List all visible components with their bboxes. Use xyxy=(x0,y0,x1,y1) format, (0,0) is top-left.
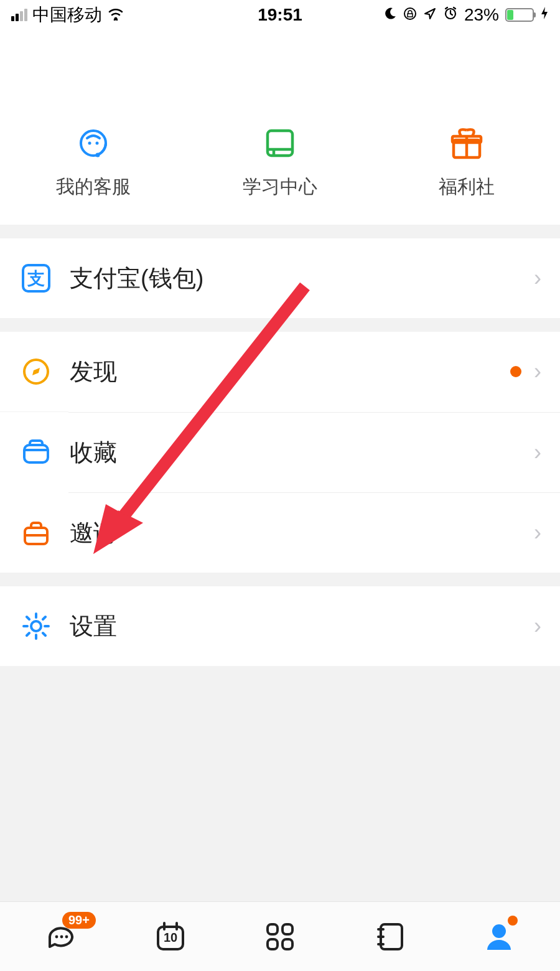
svg-point-26 xyxy=(492,924,506,938)
lock-icon xyxy=(403,5,417,25)
compass-icon xyxy=(21,357,51,387)
carrier-label: 中国移动 xyxy=(32,3,102,27)
svg-rect-13 xyxy=(24,445,48,462)
chevron-right-icon: › xyxy=(534,520,541,546)
row-label: 支付宝(钱包) xyxy=(70,263,534,294)
nav-apps[interactable] xyxy=(258,914,302,959)
briefcase-icon xyxy=(21,518,51,548)
svg-point-18 xyxy=(60,935,63,938)
calendar-day: 10 xyxy=(164,931,177,945)
bottom-nav: 99+ 10 xyxy=(0,901,560,971)
quick-label: 学习中心 xyxy=(243,174,317,200)
nav-calendar[interactable]: 10 xyxy=(148,914,193,959)
svg-text:支: 支 xyxy=(27,269,45,288)
svg-rect-22 xyxy=(282,924,292,934)
nav-messages[interactable]: 99+ xyxy=(39,914,83,959)
quick-label: 福利社 xyxy=(439,174,495,200)
quick-my-service[interactable]: 我的客服 xyxy=(0,123,187,200)
chevron-right-icon: › xyxy=(534,613,541,639)
svg-point-5 xyxy=(96,142,99,145)
location-icon xyxy=(423,5,437,25)
messages-badge: 99+ xyxy=(62,912,96,929)
quick-actions: 我的客服 学习中心 福利社 xyxy=(0,105,560,225)
status-bar: 中国移动 19:51 23% xyxy=(0,0,560,30)
quick-learning-center[interactable]: 学习中心 xyxy=(187,123,373,200)
svg-rect-24 xyxy=(282,939,292,949)
status-left: 中国移动 xyxy=(11,3,124,27)
row-alipay[interactable]: 支 支付宝(钱包) › xyxy=(0,238,560,318)
moon-icon xyxy=(383,5,397,25)
battery-pct: 23% xyxy=(464,5,499,25)
clock: 19:51 xyxy=(258,5,302,25)
header-space xyxy=(0,30,560,105)
row-label: 设置 xyxy=(70,611,534,642)
row-label: 收藏 xyxy=(70,437,534,469)
gift-icon xyxy=(447,123,487,163)
gear-icon xyxy=(21,611,51,641)
svg-point-19 xyxy=(65,935,68,938)
row-favorite[interactable]: 收藏 › xyxy=(0,413,560,492)
chevron-right-icon: › xyxy=(534,359,541,385)
svg-rect-7 xyxy=(268,131,292,156)
battery-icon xyxy=(505,8,534,22)
alipay-icon: 支 xyxy=(21,263,51,293)
svg-point-6 xyxy=(96,153,100,157)
svg-point-0 xyxy=(114,17,118,21)
quick-label: 我的客服 xyxy=(56,174,131,200)
nav-profile[interactable] xyxy=(477,914,521,959)
alarm-icon xyxy=(443,5,458,25)
chevron-right-icon: › xyxy=(534,265,541,291)
row-label: 发现 xyxy=(70,356,510,388)
svg-point-17 xyxy=(55,935,58,938)
svg-point-15 xyxy=(31,621,41,631)
row-label: 邀请 xyxy=(70,517,534,549)
svg-rect-23 xyxy=(268,939,278,949)
notification-dot xyxy=(510,366,521,377)
signal-icon xyxy=(11,9,27,21)
row-discover[interactable]: 发现 › xyxy=(0,332,560,411)
quick-welfare[interactable]: 福利社 xyxy=(373,123,560,200)
row-settings[interactable]: 设置 › xyxy=(0,586,560,666)
notification-dot xyxy=(508,916,518,926)
row-invite[interactable]: 邀请 › xyxy=(0,493,560,573)
book-icon xyxy=(260,123,300,163)
status-right: 23% xyxy=(383,5,549,25)
charging-icon xyxy=(540,5,549,25)
wifi-icon xyxy=(107,5,124,25)
svg-point-4 xyxy=(88,142,91,145)
chevron-right-icon: › xyxy=(534,439,541,466)
svg-rect-21 xyxy=(268,924,278,934)
headset-icon xyxy=(73,123,113,163)
folder-icon xyxy=(21,438,51,467)
nav-notes[interactable] xyxy=(367,914,412,959)
